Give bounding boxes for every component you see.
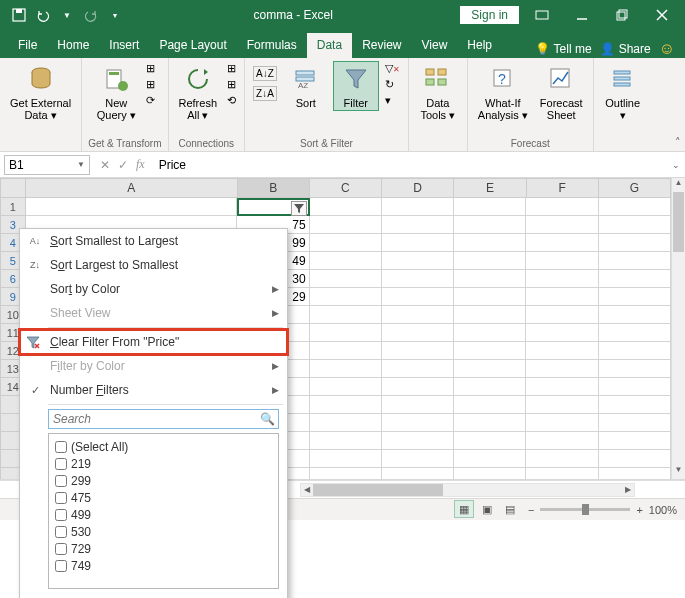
cell[interactable] <box>382 342 454 360</box>
cell[interactable] <box>382 468 454 480</box>
edit-links-button[interactable]: ⟲ <box>225 93 238 108</box>
ctx-clear-filter[interactable]: Clear Filter From "Price" <box>20 330 287 354</box>
scroll-down-icon[interactable]: ▼ <box>672 465 685 479</box>
tab-file[interactable]: File <box>8 33 47 58</box>
share-button[interactable]: 👤Share <box>600 42 651 56</box>
data-tools-button[interactable]: Data Tools ▾ <box>415 61 461 124</box>
filter-checkbox[interactable] <box>55 475 67 487</box>
cell[interactable] <box>310 450 382 468</box>
ribbon-display-icon[interactable] <box>525 4 559 26</box>
cell[interactable] <box>454 270 526 288</box>
filter-value-item[interactable]: 219 <box>55 455 272 472</box>
cell[interactable] <box>310 414 382 432</box>
cell[interactable] <box>599 342 671 360</box>
cell[interactable] <box>382 198 454 216</box>
cell[interactable] <box>310 342 382 360</box>
ctx-sort-largest[interactable]: Z↓ Sort Largest to Smallest <box>20 253 287 277</box>
cell[interactable] <box>454 306 526 324</box>
cell[interactable] <box>454 198 526 216</box>
cell[interactable] <box>310 432 382 450</box>
filter-value-item[interactable]: 299 <box>55 472 272 489</box>
smiley-icon[interactable]: ☺ <box>659 40 675 58</box>
cell[interactable] <box>454 396 526 414</box>
cell[interactable] <box>526 450 598 468</box>
fx-icon[interactable]: fx <box>136 157 145 172</box>
cell[interactable] <box>310 270 382 288</box>
cell[interactable] <box>382 450 454 468</box>
cell[interactable] <box>310 306 382 324</box>
formula-input[interactable] <box>155 155 667 175</box>
filter-search-input[interactable] <box>48 409 279 429</box>
cell[interactable] <box>526 216 598 234</box>
filter-dropdown-button[interactable] <box>291 201 307 216</box>
scroll-left-icon[interactable]: ◀ <box>301 484 313 496</box>
forecast-sheet-button[interactable]: Forecast Sheet <box>536 61 587 123</box>
cell[interactable] <box>454 468 526 480</box>
tab-formulas[interactable]: Formulas <box>237 33 307 58</box>
cell[interactable] <box>599 234 671 252</box>
scroll-thumb[interactable] <box>673 192 684 252</box>
cell[interactable] <box>599 414 671 432</box>
col-header-a[interactable]: A <box>26 178 238 198</box>
what-if-button[interactable]: ? What-If Analysis ▾ <box>474 61 532 124</box>
cell[interactable] <box>382 396 454 414</box>
cell[interactable] <box>526 432 598 450</box>
sign-in-button[interactable]: Sign in <box>460 6 519 24</box>
minimize-icon[interactable] <box>565 4 599 26</box>
zoom-slider[interactable] <box>540 508 630 511</box>
zoom-in-button[interactable]: + <box>636 504 642 516</box>
cell[interactable] <box>382 252 454 270</box>
cell[interactable] <box>454 378 526 396</box>
cell[interactable] <box>382 216 454 234</box>
qat-customize-icon[interactable]: ▾ <box>104 4 126 26</box>
clear-filter-button[interactable]: ▽✕ <box>383 61 402 76</box>
zoom-slider-handle[interactable] <box>582 504 589 515</box>
cell[interactable] <box>526 342 598 360</box>
tell-me-button[interactable]: 💡Tell me <box>535 42 592 56</box>
collapse-ribbon-icon[interactable]: ˄ <box>675 136 681 149</box>
cell[interactable] <box>454 432 526 450</box>
tab-page-layout[interactable]: Page Layout <box>149 33 236 58</box>
cell[interactable] <box>599 198 671 216</box>
tab-data[interactable]: Data <box>307 33 352 58</box>
col-header-f[interactable]: F <box>527 178 599 198</box>
filter-checkbox[interactable] <box>55 492 67 504</box>
filter-checkbox[interactable] <box>55 526 67 538</box>
scroll-right-icon[interactable]: ▶ <box>622 484 634 496</box>
undo-icon[interactable] <box>32 4 54 26</box>
cell[interactable] <box>382 414 454 432</box>
cell[interactable] <box>382 234 454 252</box>
cell[interactable] <box>599 468 671 480</box>
cell[interactable] <box>526 234 598 252</box>
cell[interactable] <box>310 198 382 216</box>
filter-checkbox[interactable] <box>55 560 67 572</box>
cell[interactable] <box>526 468 598 480</box>
cell[interactable] <box>237 198 309 216</box>
col-header-c[interactable]: C <box>310 178 382 198</box>
cell[interactable] <box>310 324 382 342</box>
tab-help[interactable]: Help <box>457 33 502 58</box>
cell[interactable] <box>526 378 598 396</box>
new-query-button[interactable]: New Query ▾ <box>93 61 140 124</box>
cell[interactable] <box>382 288 454 306</box>
cell[interactable] <box>526 198 598 216</box>
tab-home[interactable]: Home <box>47 33 99 58</box>
qat-dropdown-icon[interactable]: ▼ <box>56 4 78 26</box>
col-header-b[interactable]: B <box>238 178 310 198</box>
recent-sources-button[interactable]: ⟳ <box>144 93 157 108</box>
cell[interactable] <box>454 234 526 252</box>
tab-view[interactable]: View <box>412 33 458 58</box>
cell[interactable] <box>310 378 382 396</box>
page-break-view-icon[interactable]: ▤ <box>500 500 520 518</box>
cell[interactable] <box>526 306 598 324</box>
cell[interactable] <box>526 360 598 378</box>
cell[interactable] <box>599 396 671 414</box>
cell[interactable] <box>454 252 526 270</box>
cell[interactable] <box>526 414 598 432</box>
cell[interactable] <box>310 234 382 252</box>
cell[interactable] <box>599 432 671 450</box>
cell[interactable] <box>454 450 526 468</box>
cell[interactable] <box>454 216 526 234</box>
cell[interactable] <box>599 216 671 234</box>
cell[interactable] <box>599 252 671 270</box>
